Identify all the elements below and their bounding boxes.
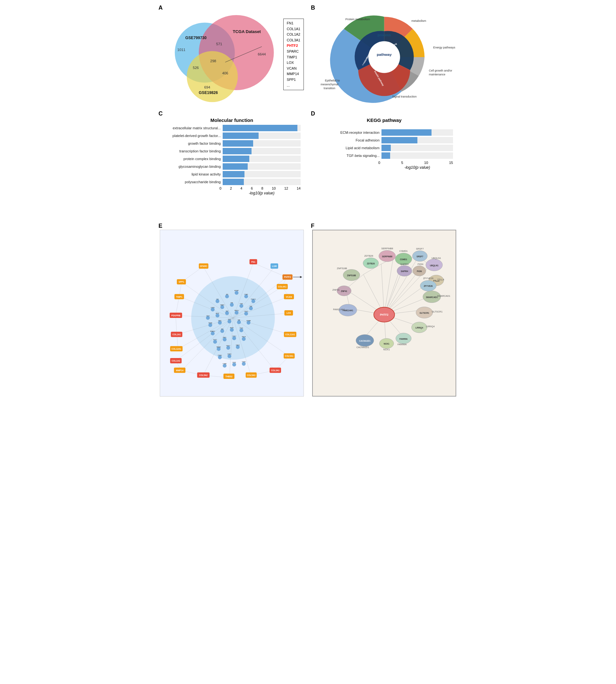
svg-text:EPOR: EPOR [233, 362, 236, 363]
d-xaxis-ticks: 0 5 10 15 [378, 161, 453, 164]
svg-point-53 [206, 316, 210, 320]
svg-text:FAP: FAP [238, 319, 240, 321]
svg-point-87 [242, 337, 246, 341]
protein-interaction-box: CSMD1 SRSF7 UBQLN1 TTLL4 SMARCAD1 GLTSCR… [312, 230, 456, 397]
donut-center-hole [368, 41, 400, 73]
bar-track-ecm [223, 125, 301, 131]
node-col11a1-label: COL11A1 [285, 333, 295, 336]
bar-row-tgf: TGF-beta signaling... [315, 152, 453, 159]
node-fam99a-label: FAM99A [399, 338, 408, 340]
svg-point-93 [236, 345, 240, 349]
node-col5a1-label: COL5A1 [285, 355, 293, 357]
node-thbs2-label: THBS2 [225, 375, 233, 378]
svg-point-55 [216, 313, 219, 317]
bar-row-tfb: transcription factor binding [163, 148, 301, 154]
bar-row-gfb: growth factor binding [163, 140, 301, 147]
svg-text:TGFB1: TGFB1 [242, 361, 246, 362]
label-fam114a1: FAM114A1 [333, 308, 345, 311]
svg-text:TNFSF11: TNFSF11 [250, 299, 256, 300]
c-tick-0: 0 [219, 186, 221, 190]
bar-track-gfb [223, 140, 301, 147]
venn-num-406: 406 [222, 71, 228, 75]
svg-text:ITGAX: ITGAX [244, 294, 248, 295]
gene-col3a1: COL3A1 [287, 38, 300, 43]
svg-text:KNG1: KNG1 [223, 337, 226, 338]
node-pdgfrb-label: PDGFRB [171, 314, 180, 317]
svg-text:SULF1: SULF1 [213, 339, 217, 340]
bar-fill-gag [223, 163, 248, 170]
node-col3a1-label: COL3A1 [271, 369, 280, 372]
c-tick-10: 10 [272, 186, 276, 190]
panel-e: E [157, 221, 306, 401]
venn-num-526: 526 [193, 66, 199, 70]
svg-point-69 [237, 320, 241, 324]
svg-text:F2R: F2R [216, 299, 219, 300]
node-col5a3-label: COL5A3 [247, 374, 256, 376]
bar-track-pcb [223, 156, 301, 162]
bar-label-ecm-receptor: ECM-receptor interaction [315, 131, 379, 134]
bar-label-psb: polysaccharide binding [163, 180, 221, 184]
network-container: F2R JPN AGRAP ITGAX TNFSF11 CLDN1 SMAD6 … [160, 230, 304, 397]
venn-num-6644: 6644 [258, 52, 266, 56]
d-tick-10: 10 [424, 161, 428, 164]
donut-outer-label-protein: Protein metabolism [346, 18, 370, 21]
svg-text:CALD1: CALD1 [236, 345, 240, 346]
donut-outer-label-signal: Signal transduction [392, 95, 416, 98]
bar-track-pdgf [223, 132, 301, 139]
panel-c: C Molecular function extracellular matri… [157, 109, 306, 218]
svg-text:PXDN: PXDN [240, 328, 243, 329]
node-lox-label: LOX [286, 312, 291, 314]
bar-track-tgf [381, 152, 453, 159]
c-tick-6: 6 [251, 186, 253, 190]
node-csmd1-label: CSMD1 [400, 258, 407, 261]
svg-text:PLAU: PLAU [240, 303, 243, 305]
node-spp1-label: SPP1 [179, 281, 184, 283]
bar-label-tgf: TGF-beta signaling... [315, 154, 379, 157]
bar-fill-focal [381, 137, 417, 144]
bar-row-ecm-receptor: ECM-receptor interaction [315, 129, 453, 136]
network-svg: F2R JPN AGRAP ITGAX TNFSF11 CLDN1 SMAD6 … [160, 230, 304, 396]
venn-container: GSE799730 TCGA Dataset GSE19826 1011 571… [160, 9, 304, 105]
label-cacna2d1: CACNA2D1 [356, 346, 369, 349]
svg-point-75 [220, 329, 224, 333]
gene-lox: LOX [287, 60, 300, 66]
bar-track-focal [381, 137, 453, 144]
panel-a: A GSE799730 TCGA Dataset GSE19826 1011 5… [157, 3, 306, 106]
svg-point-35 [225, 294, 229, 299]
svg-text:PSE: PSE [231, 302, 233, 304]
bar-track-lipid [381, 145, 453, 151]
c-tick-4: 4 [240, 186, 242, 190]
svg-point-41 [251, 299, 256, 303]
panel-d: D KEGG pathway ECM-receptor interaction … [310, 109, 459, 218]
molecular-function-title: Molecular function [160, 117, 304, 123]
d-tick-0: 0 [378, 161, 380, 164]
node-znf41-label: ZNF41 [341, 290, 347, 292]
svg-text:ENG: ENG [221, 329, 224, 330]
svg-text:INHBA: INHBA [208, 323, 213, 324]
node-fign-label: FIGN [417, 270, 422, 272]
node-col4a1-label: COL4A1 [278, 286, 286, 288]
svg-text:FNDC1: FNDC1 [226, 345, 230, 347]
label-ttll4: TTLL4 [437, 278, 444, 281]
svg-point-33 [216, 299, 219, 303]
node-srsf7-label: SRSF7 [416, 256, 423, 258]
bar-label-pdgf: platelet-derived growth factor... [163, 134, 221, 138]
bar-track-gag [223, 163, 301, 170]
node-col1a2-label: COL1A2 [172, 360, 180, 362]
donut-outer-label-maintenance: maintenance [429, 73, 445, 76]
node-zfyve26-label: ZFYVE26 [424, 285, 433, 287]
svg-point-37 [235, 291, 238, 295]
svg-line-24 [176, 315, 177, 335]
node-zdtb26-label: ZDTB26 [367, 262, 375, 265]
label-znf518b: ZNF518B [337, 267, 347, 270]
svg-point-71 [247, 321, 250, 325]
bar-fill-ecm-receptor [381, 129, 432, 136]
c-tick-12: 12 [284, 186, 288, 190]
svg-point-91 [226, 346, 230, 350]
bar-label-ecm: extracellular matrix structural... [163, 126, 221, 130]
c-xaxis-ticks: 0 2 4 6 8 10 12 14 [219, 186, 301, 190]
svg-text:MXRAS: MXRAS [217, 347, 221, 348]
svg-point-61 [244, 312, 248, 316]
protein-svg: CSMD1 SRSF7 UBQLN1 TTLL4 SMARCAD1 GLTSCR… [313, 230, 456, 396]
label-shprh: SHPRH [400, 263, 409, 266]
